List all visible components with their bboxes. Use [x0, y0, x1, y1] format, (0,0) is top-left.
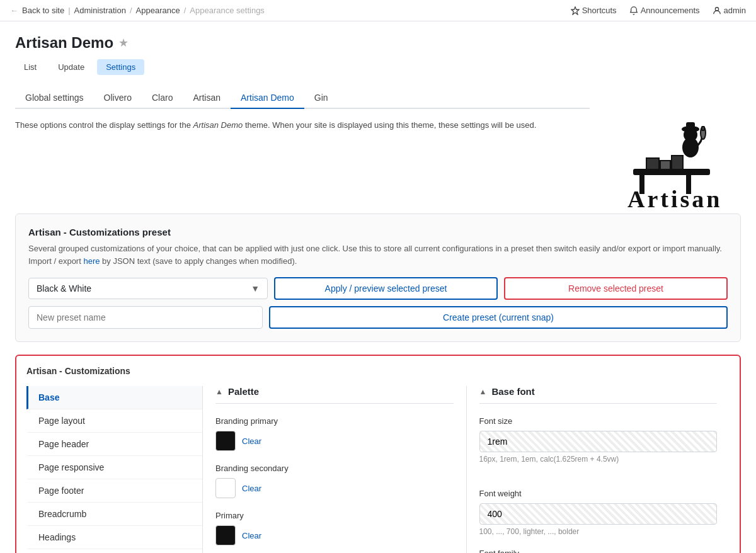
font-collapse-icon[interactable]: ▲: [479, 387, 487, 396]
svg-text:Artisan: Artisan: [627, 186, 722, 212]
font-size-label: Font size: [479, 416, 718, 426]
admin-label: admin: [724, 6, 746, 15]
font-panel-header: ▲ Base font: [479, 386, 718, 404]
appearance-settings-label: Appearance settings: [190, 6, 265, 15]
tab-claro[interactable]: Claro: [142, 88, 183, 109]
artisan-logo-image: Artisan: [596, 113, 735, 214]
font-family-label: Font family: [479, 549, 718, 553]
preset-controls-row1: Black & White ▼ Apply / preview selected…: [28, 277, 728, 300]
preset-dropdown[interactable]: Black & White ▼: [28, 278, 268, 299]
preset-section-title: Artisan - Customizations preset: [28, 227, 728, 237]
announcements-label: Announcements: [641, 6, 700, 15]
chevron-down-icon: ▼: [251, 283, 260, 294]
apply-preset-button[interactable]: Apply / preview selected preset: [274, 277, 498, 300]
branding-secondary-label: Branding secondary: [215, 464, 454, 473]
theme-tabs: Global settings Olivero Claro Artisan Ar…: [15, 88, 590, 109]
remove-preset-button[interactable]: Remove selected preset: [504, 277, 728, 300]
theme-name-italic: Artisan Demo: [193, 120, 243, 130]
svg-marker-0: [571, 6, 579, 14]
sidebar-item-headings[interactable]: Headings: [26, 526, 202, 549]
tab-update[interactable]: Update: [49, 59, 93, 75]
font-weight-label: Font weight: [479, 489, 718, 498]
preset-section: Artisan - Customizations preset Several …: [15, 214, 741, 342]
admin-menu[interactable]: admin: [713, 6, 746, 15]
tab-olivero[interactable]: Olivero: [94, 88, 142, 109]
branding-secondary-row: Clear: [215, 478, 454, 498]
administration-link[interactable]: Administration: [74, 6, 126, 15]
sidebar-item-breadcrumb[interactable]: Breadcrumb: [26, 503, 202, 526]
palette-collapse-icon[interactable]: ▲: [215, 387, 223, 396]
font-panel: ▲ Base font Font size 16px, 1rem, 1em, c…: [467, 386, 730, 553]
sidebar-item-page-footer[interactable]: Page footer: [26, 479, 202, 503]
font-family-item: Font family: [479, 549, 718, 553]
create-preset-button[interactable]: Create preset (current snap): [269, 306, 728, 329]
preset-description: Several grouped customizations of your c…: [28, 242, 728, 267]
customizations-box: Artisan - Customizations Base Page layou…: [15, 355, 741, 553]
palette-panel-title: Palette: [228, 386, 259, 397]
sidebar-item-page-header[interactable]: Page header: [26, 433, 202, 456]
font-size-hint: 16px, 1rem, 1em, calc(1.625rem + 4.5vw): [479, 455, 718, 464]
tab-list[interactable]: List: [15, 59, 45, 75]
shortcuts-button[interactable]: Shortcuts: [571, 6, 617, 15]
primary-clear[interactable]: Clear: [242, 531, 261, 540]
tab-artisan[interactable]: Artisan: [183, 88, 231, 109]
svg-rect-7: [672, 156, 683, 169]
back-to-site-link[interactable]: Back to site: [22, 6, 64, 15]
sidebar-item-page-responsive[interactable]: Page responsive: [26, 456, 202, 479]
color-item-primary: Primary Clear: [215, 511, 454, 545]
primary-label: Primary: [215, 511, 454, 520]
tab-global-settings[interactable]: Global settings: [15, 88, 94, 109]
customizations-title: Artisan - Customizations: [26, 366, 730, 376]
font-weight-hint: 100, ..., 700, lighter, ..., bolder: [479, 527, 718, 536]
announcements-button[interactable]: Announcements: [629, 6, 700, 15]
svg-rect-6: [660, 161, 670, 169]
svg-rect-13: [702, 127, 704, 130]
preset-controls-row2: Create preset (current snap): [28, 306, 728, 329]
new-preset-name-input[interactable]: [28, 306, 263, 329]
branding-secondary-swatch[interactable]: [215, 478, 236, 498]
font-panel-title: Base font: [491, 386, 534, 397]
preset-desc-text-2: by JSON text (save to apply changes when…: [102, 256, 297, 266]
bell-icon: [629, 6, 638, 15]
sidebar-item-base[interactable]: Base: [26, 386, 202, 409]
font-weight-input[interactable]: [479, 503, 718, 525]
branding-primary-row: Clear: [215, 431, 454, 451]
sidebar-item-page-layout[interactable]: Page layout: [26, 409, 202, 433]
page-title: Artisan Demo: [15, 34, 113, 52]
tab-settings[interactable]: Settings: [97, 59, 144, 75]
palette-panel: ▲ Palette Branding primary Clear Brandin…: [203, 386, 467, 553]
appearance-link[interactable]: Appearance: [136, 6, 180, 15]
page-title-area: Artisan Demo ★: [15, 34, 741, 52]
tab-artisan-demo[interactable]: Artisan Demo: [231, 88, 304, 109]
separator-2: /: [130, 6, 132, 15]
branding-secondary-clear[interactable]: Clear: [242, 484, 261, 493]
primary-row: Clear: [215, 525, 454, 545]
branding-primary-clear[interactable]: Clear: [242, 436, 261, 446]
tab-gin[interactable]: Gin: [304, 88, 338, 109]
user-icon: [713, 6, 721, 15]
font-size-item: Font size 16px, 1rem, 1em, calc(1.625rem…: [479, 416, 718, 464]
primary-swatch[interactable]: [215, 525, 236, 545]
main-content: Artisan Demo ★ List Update Settings Glob…: [0, 21, 756, 553]
palette-panel-header: ▲ Palette: [215, 386, 454, 404]
content-header: Global settings Olivero Claro Artisan Ar…: [15, 88, 741, 214]
artisan-logo-area: Artisan: [590, 88, 741, 214]
font-size-input[interactable]: [479, 431, 718, 452]
sidebar-item-display-headings[interactable]: Display headings: [26, 549, 202, 553]
theme-description: These options control the display settin…: [15, 119, 590, 132]
color-item-branding-secondary: Branding secondary Clear: [215, 464, 454, 498]
customizations-sidebar: Base Page layout Page header Page respon…: [26, 386, 203, 553]
separator-3: /: [184, 6, 186, 15]
action-tabs: List Update Settings: [15, 59, 741, 75]
font-weight-item: Font weight 100, ..., 700, lighter, ...,…: [479, 489, 718, 536]
top-navigation: ← Back to site | Administration / Appear…: [0, 0, 756, 21]
favorite-star-icon[interactable]: ★: [118, 36, 129, 50]
top-nav-right: Shortcuts Announcements admin: [571, 6, 746, 15]
color-item-branding-primary: Branding primary Clear: [215, 416, 454, 451]
branding-primary-swatch[interactable]: [215, 431, 236, 451]
preset-import-export-link[interactable]: here: [83, 256, 100, 266]
svg-rect-2: [634, 169, 709, 174]
svg-point-1: [715, 7, 718, 10]
star-icon: [571, 6, 580, 15]
back-arrow-icon: ←: [10, 6, 18, 15]
